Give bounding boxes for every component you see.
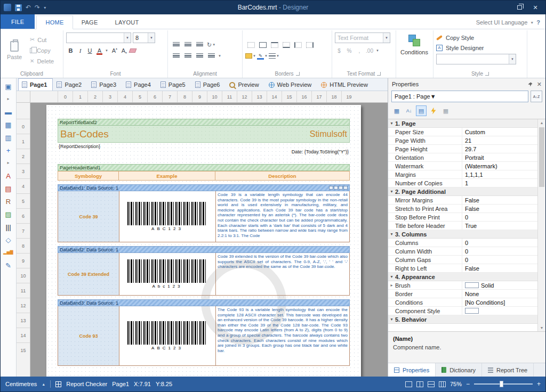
property-value[interactable]: Solid xyxy=(462,282,537,289)
component-selector-combo[interactable]: Page1 : Page▼ xyxy=(391,91,528,102)
symbology-cell[interactable]: Code 39 Extended xyxy=(58,253,119,295)
scrollbar[interactable]: ▲▼ xyxy=(537,119,545,331)
property-row[interactable]: Stretch to Print Area False xyxy=(388,205,537,213)
border-top-button[interactable] xyxy=(269,40,280,50)
tool-shape[interactable]: ◇ xyxy=(1,233,16,246)
align-middle-button[interactable] xyxy=(182,40,194,50)
property-value[interactable]: False xyxy=(462,265,537,272)
page-tab[interactable]: Page2 xyxy=(53,78,87,91)
page-width-view-icon[interactable] xyxy=(439,381,446,387)
zoom-in-button[interactable]: + xyxy=(537,380,541,388)
band-control-icon[interactable] xyxy=(329,186,333,190)
page-tab[interactable]: Page1 xyxy=(18,78,53,91)
text-rotation-button[interactable]: ↻▼ xyxy=(206,40,217,50)
data-band-header[interactable]: DataBand1: Data Source: 1 xyxy=(58,184,350,191)
property-row[interactable]: Watermark (Watermark) xyxy=(388,162,537,170)
property-value[interactable]: (Watermark) xyxy=(462,163,537,169)
save-icon[interactable] xyxy=(15,4,22,11)
dialog-launcher-icon[interactable] xyxy=(296,72,300,76)
percent-format-button[interactable]: % xyxy=(345,46,354,55)
font-size-combo[interactable]: 8▼ xyxy=(133,32,155,43)
page-tab[interactable]: Page6 xyxy=(191,78,226,91)
chevron-down-icon[interactable]: ▼ xyxy=(376,49,379,52)
ui-language-selector[interactable]: Select UI Language▼ ? xyxy=(476,19,545,29)
property-row[interactable]: 4. Appearance xyxy=(388,273,537,281)
web-preview-tab[interactable]: Web Preview xyxy=(265,78,318,91)
tab-dictionary[interactable]: Dictionary xyxy=(436,363,482,377)
close-panel-icon[interactable]: ✕ xyxy=(537,81,542,88)
description-cell[interactable]: Code 39 is a variable length symbology t… xyxy=(216,191,349,242)
italic-button[interactable]: I xyxy=(76,46,85,55)
property-value[interactable]: True xyxy=(462,223,537,229)
decimal-format-button[interactable]: .00 xyxy=(365,46,374,55)
properties-view-button[interactable]: ▤ xyxy=(416,105,427,116)
barcode-component[interactable]: ABC123 xyxy=(127,321,207,350)
tool-flyout-arrow-2[interactable]: ▸ xyxy=(1,157,16,169)
property-row[interactable]: Page Width 21 xyxy=(388,136,537,145)
thousands-format-button[interactable]: , xyxy=(355,46,364,55)
currency-format-button[interactable]: $ xyxy=(335,46,343,55)
symbology-cell[interactable]: Code 93 xyxy=(58,306,119,365)
zoom-out-button[interactable]: − xyxy=(466,380,470,388)
report-date-expression[interactable]: Date: {Today.ToString("Y")} xyxy=(292,149,349,154)
style-combo[interactable]: ▼ xyxy=(436,54,516,64)
property-value[interactable]: Portrait xyxy=(462,154,537,161)
column-header-example[interactable]: Example xyxy=(119,171,215,181)
one-page-view-icon[interactable] xyxy=(428,381,435,387)
tool-rich-text[interactable]: R xyxy=(1,195,16,208)
tool-cross-band[interactable]: ▦ xyxy=(1,118,16,131)
copy-button[interactable]: Copy xyxy=(28,46,56,55)
tool-insert-component[interactable]: + xyxy=(1,144,16,157)
property-value[interactable]: 1 xyxy=(462,180,537,186)
tab-report-tree[interactable]: Report Tree xyxy=(482,363,534,377)
delete-button[interactable]: ✕Delete xyxy=(28,56,56,66)
tool-page-copy[interactable]: ▣ xyxy=(1,80,16,93)
property-row[interactable]: Conditions [No Conditions] xyxy=(388,298,537,307)
example-cell[interactable]: Abc123 xyxy=(119,253,216,295)
two-pages-view-icon[interactable] xyxy=(416,381,423,387)
chevron-down-icon[interactable]: ▼ xyxy=(105,49,108,52)
design-canvas[interactable]: ReportTitleBand2 Bar-Codes Stimulsoft {R… xyxy=(30,103,388,377)
border-all-button[interactable] xyxy=(257,40,268,50)
barcode-component[interactable]: ABC123 xyxy=(127,202,207,231)
property-value[interactable]: 1,1,1,1 xyxy=(462,172,537,178)
property-row[interactable]: Border None xyxy=(388,290,537,298)
property-row[interactable]: Orientation Portrait xyxy=(388,153,537,162)
redo-icon[interactable]: ↷ xyxy=(35,4,40,11)
tool-band[interactable]: ▬ xyxy=(1,105,16,118)
chevron-down-icon[interactable]: ▼ xyxy=(218,54,221,58)
zoom-slider[interactable] xyxy=(474,383,533,385)
property-row[interactable]: 2. Page Additional xyxy=(388,187,537,196)
whole-report-view-icon[interactable] xyxy=(405,381,412,387)
example-cell[interactable]: ABC123 xyxy=(119,191,216,242)
border-color-button[interactable]: ✎▼ xyxy=(257,51,268,61)
font-name-combo[interactable]: ▼ xyxy=(66,32,131,43)
fill-color-button[interactable]: ▼ xyxy=(245,51,256,61)
property-value[interactable]: None xyxy=(462,291,537,297)
brand-text[interactable]: Stimulsoft xyxy=(310,129,347,139)
tool-table[interactable]: ▥ xyxy=(1,131,16,144)
property-row[interactable]: 5. Behavior xyxy=(388,315,537,324)
alphabetical-view-button[interactable]: A↓ xyxy=(404,105,414,116)
report-title-text[interactable]: Bar-Codes xyxy=(60,128,109,140)
property-value[interactable]: False xyxy=(462,197,537,203)
copy-style-button[interactable]: Copy Style xyxy=(436,32,516,43)
underline-button[interactable]: U xyxy=(85,46,94,55)
property-row[interactable]: Margins 1,1,1,1 xyxy=(388,170,537,179)
categorized-view-button[interactable]: ▦ xyxy=(391,105,402,116)
dialog-launcher-icon[interactable] xyxy=(485,72,489,76)
border-bottom-button[interactable] xyxy=(280,40,292,50)
column-header-symbology[interactable]: Symbology xyxy=(58,171,119,181)
tool-tools[interactable]: ✎ xyxy=(1,259,16,272)
font-color-button[interactable]: A xyxy=(95,46,104,55)
property-row[interactable]: Paper Size Custom xyxy=(388,128,537,136)
band-control-icon[interactable] xyxy=(343,186,348,190)
page-tab[interactable]: Page3 xyxy=(87,78,122,91)
tool-flyout-arrow[interactable]: ▸ xyxy=(1,93,16,105)
preview-tab[interactable]: Preview xyxy=(226,78,264,91)
property-value[interactable]: 0 xyxy=(462,240,537,246)
page-header-band-header[interactable]: PageHeaderBand1 xyxy=(58,164,350,171)
property-value[interactable]: Custom xyxy=(462,129,537,135)
property-value[interactable]: [No Conditions] xyxy=(462,299,537,306)
dialog-launcher-icon[interactable] xyxy=(377,72,381,76)
